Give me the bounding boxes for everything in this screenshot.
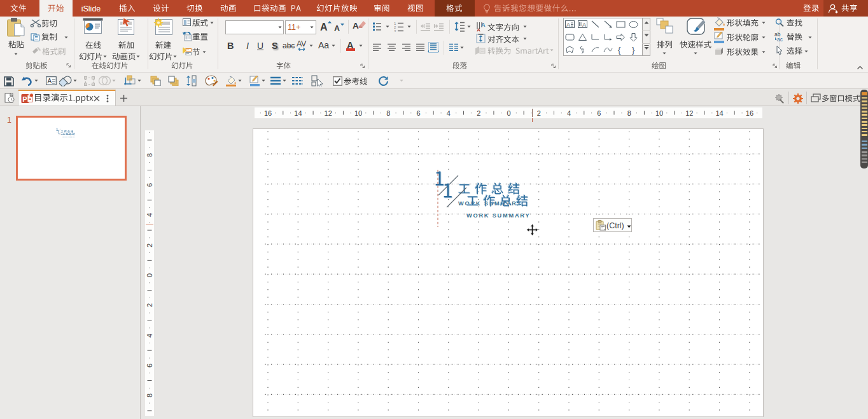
svg-text:}: } [632, 45, 635, 55]
svg-text:{: { [618, 45, 621, 55]
svg-text:A: A [566, 21, 570, 27]
svg-text:A: A [582, 21, 586, 27]
svg-text:A: A [481, 22, 486, 28]
svg-text:A: A [48, 78, 52, 85]
svg-text:ac: ac [777, 36, 783, 42]
svg-text:P: P [22, 95, 27, 103]
svg-text:3: 3 [394, 29, 396, 32]
